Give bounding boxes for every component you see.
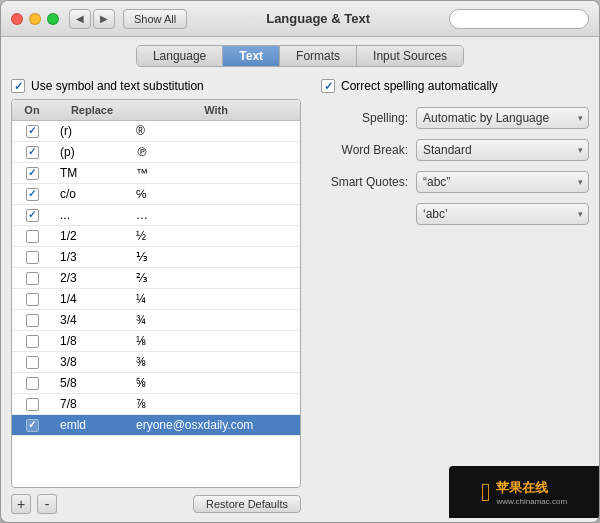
spelling-label: Spelling: [321, 111, 416, 125]
smart-quotes-select-wrapper-1: “abc”‘abc’«adbc» ▾ [416, 171, 589, 193]
restore-defaults-button[interactable]: Restore Defaults [193, 495, 301, 513]
close-button[interactable] [11, 13, 23, 25]
badge-sub-text: www.chinamac.com [496, 497, 567, 506]
replace-cell: c/o [52, 184, 132, 204]
table-row[interactable]: 7/8⅞ [12, 394, 300, 415]
word-break-select[interactable]: Standard [416, 139, 589, 161]
row-checkbox[interactable]: ✓ [12, 206, 52, 225]
row-checkbox[interactable] [12, 332, 52, 351]
replace-cell: 1/4 [52, 289, 132, 309]
table-row[interactable]: ✓...… [12, 205, 300, 226]
on-checkbox[interactable]: ✓ [26, 167, 39, 180]
tab-input-sources[interactable]: Input Sources [357, 46, 463, 66]
table-row[interactable]: ✓emlderyone@osxdaily.com [12, 415, 300, 436]
substitution-checkbox[interactable] [11, 79, 25, 93]
row-checkbox[interactable]: ✓ [12, 164, 52, 183]
row-checkbox[interactable] [12, 374, 52, 393]
row-checkbox[interactable] [12, 353, 52, 372]
smart-quotes-select-1[interactable]: “abc”‘abc’«adbc» [416, 171, 589, 193]
substitution-header: Use symbol and text substitution [11, 79, 301, 93]
replace-cell: TM [52, 163, 132, 183]
substitution-label: Use symbol and text substitution [31, 79, 204, 93]
tabs-bar: Language Text Formats Input Sources [1, 37, 599, 73]
correct-spelling-label: Correct spelling automatically [341, 79, 498, 93]
table-row[interactable]: 2/3⅔ [12, 268, 300, 289]
on-checkbox[interactable]: ✓ [26, 209, 39, 222]
on-checkbox[interactable]: ✓ [26, 125, 39, 138]
back-button[interactable]: ◀ [69, 9, 91, 29]
with-cell: ™ [132, 163, 300, 183]
on-checkbox[interactable] [26, 335, 39, 348]
table-row[interactable]: 1/2½ [12, 226, 300, 247]
with-cell: … [132, 205, 300, 225]
table-row[interactable]: ✓(r)® [12, 121, 300, 142]
row-checkbox[interactable] [12, 269, 52, 288]
spelling-select[interactable]: Automatic by LanguageEnglishFrenchGerman… [416, 107, 589, 129]
table-row[interactable]: 5/8⅝ [12, 373, 300, 394]
word-break-select-wrapper: Standard ▾ [416, 139, 589, 161]
row-checkbox[interactable]: ✓ [12, 143, 52, 162]
smart-quotes-label: Smart Quotes: [321, 175, 416, 189]
correct-spelling-checkbox[interactable] [321, 79, 335, 93]
on-checkbox[interactable] [26, 293, 39, 306]
search-input[interactable] [449, 9, 589, 29]
replace-cell: 1/8 [52, 331, 132, 351]
left-panel: Use symbol and text substitution On Repl… [11, 79, 301, 514]
with-cell: ¼ [132, 289, 300, 309]
row-checkbox[interactable] [12, 395, 52, 414]
replace-cell: 1/2 [52, 226, 132, 246]
row-checkbox[interactable] [12, 311, 52, 330]
table-row[interactable]: ✓(p)℗ [12, 142, 300, 163]
on-checkbox[interactable] [26, 377, 39, 390]
row-checkbox[interactable]: ✓ [12, 122, 52, 141]
traffic-lights [11, 13, 59, 25]
row-checkbox[interactable] [12, 248, 52, 267]
table-header: On Replace With [12, 100, 300, 121]
with-cell: ⅛ [132, 331, 300, 351]
add-row-button[interactable]: + [11, 494, 31, 514]
table-row[interactable]: 1/4¼ [12, 289, 300, 310]
tab-formats[interactable]: Formats [280, 46, 357, 66]
on-checkbox[interactable] [26, 230, 39, 243]
with-cell: ⅜ [132, 352, 300, 372]
forward-button[interactable]: ▶ [93, 9, 115, 29]
table-row[interactable]: 1/8⅛ [12, 331, 300, 352]
show-all-button[interactable]: Show All [123, 9, 187, 29]
table-row[interactable]: 1/3⅓ [12, 247, 300, 268]
replace-cell: emld [52, 415, 132, 435]
table-body: ✓(r)®✓(p)℗✓TM™✓c/o℅✓...…1/2½1/3⅓2/3⅔1/4¼… [12, 121, 300, 484]
with-cell: ⅓ [132, 247, 300, 267]
tab-language[interactable]: Language [137, 46, 223, 66]
tab-text[interactable]: Text [223, 46, 280, 66]
on-checkbox[interactable]: ✓ [26, 188, 39, 201]
row-checkbox[interactable] [12, 227, 52, 246]
smart-quotes-select-2[interactable]: ‘abc’“abc” [416, 203, 589, 225]
with-cell: ½ [132, 226, 300, 246]
on-checkbox[interactable] [26, 272, 39, 285]
table-row[interactable]: ✓TM™ [12, 163, 300, 184]
on-checkbox[interactable] [26, 356, 39, 369]
on-checkbox[interactable] [26, 314, 39, 327]
minimize-button[interactable] [29, 13, 41, 25]
row-checkbox[interactable]: ✓ [12, 416, 52, 435]
with-cell: ℗ [132, 142, 300, 162]
word-break-label: Word Break: [321, 143, 416, 157]
on-checkbox[interactable]: ✓ [26, 419, 39, 432]
row-checkbox[interactable] [12, 290, 52, 309]
maximize-button[interactable] [47, 13, 59, 25]
badge-main-text: 苹果在线 [496, 479, 567, 497]
table-row[interactable]: 3/4¾ [12, 310, 300, 331]
on-checkbox[interactable] [26, 251, 39, 264]
on-checkbox[interactable]: ✓ [26, 146, 39, 159]
table-row[interactable]: ✓c/o℅ [12, 184, 300, 205]
spelling-select-wrapper: Automatic by LanguageEnglishFrenchGerman… [416, 107, 589, 129]
badge-text-group: 苹果在线 www.chinamac.com [496, 479, 567, 506]
row-checkbox[interactable]: ✓ [12, 185, 52, 204]
remove-row-button[interactable]: - [37, 494, 57, 514]
with-cell: ¾ [132, 310, 300, 330]
replace-cell: 3/4 [52, 310, 132, 330]
table-row[interactable]: 3/8⅜ [12, 352, 300, 373]
smart-quotes-row-2: ‘abc’“abc” ▾ [321, 203, 589, 225]
table-footer: + - Restore Defaults [11, 494, 301, 514]
on-checkbox[interactable] [26, 398, 39, 411]
